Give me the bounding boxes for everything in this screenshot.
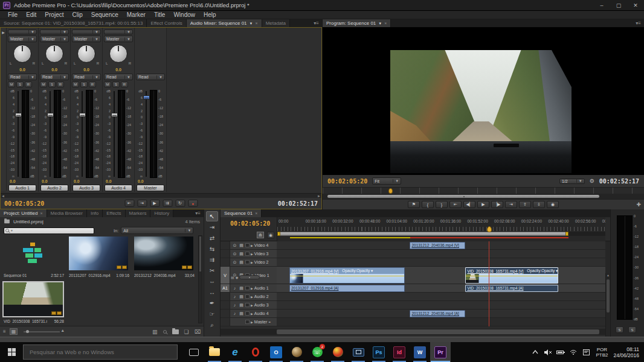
taskbar-app-premiere[interactable]: Pr [430, 342, 451, 362]
search-box[interactable]: ▼ [4, 227, 94, 234]
expand-icon[interactable]: ▶ [251, 261, 253, 264]
display-style-icon[interactable]: ▤ [239, 260, 244, 265]
display-style-icon[interactable]: ▤ [239, 294, 244, 299]
scrollbar-thumb[interactable] [277, 329, 599, 334]
track-target-badge[interactable] [221, 318, 230, 326]
fader-level-value[interactable]: 0.0 [40, 178, 69, 184]
menu-file[interactable]: File [4, 11, 22, 18]
thumbnail-zoom-slider[interactable] [24, 331, 60, 332]
fader-handle[interactable] [143, 95, 150, 100]
close-icon[interactable]: × [255, 211, 257, 215]
snap-icon[interactable]: ⋒ [257, 232, 264, 238]
project-item-20131207-012916-mp4[interactable]: 20131207_012916.mp41:09:16 [68, 235, 130, 279]
opacity-rubber-band[interactable] [466, 276, 557, 276]
sync-lock-checkbox[interactable] [245, 252, 250, 256]
eye-icon[interactable]: ⊙ [232, 252, 237, 256]
tab-markers[interactable]: Markers [126, 209, 151, 217]
track-target-badge[interactable] [221, 250, 230, 258]
filter-dropdown[interactable]: All▼ [121, 227, 193, 234]
work-area-end-handle[interactable] [565, 232, 568, 236]
pen-tool[interactable]: ✒ [206, 298, 218, 308]
icon-view-button[interactable]: ▦ [10, 328, 18, 335]
sequence-icon-tile[interactable] [4, 237, 63, 270]
clip-vid-20150308-165731-mp4-a-[interactable]: VID_20150308_165731.mp4 [A] [465, 285, 558, 292]
solo-button[interactable]: S [16, 81, 24, 87]
solo-button[interactable]: S [80, 81, 88, 87]
item-name[interactable]: 20131212_204036.mp4 [134, 273, 176, 278]
track-select-tool[interactable]: ⇥ [206, 222, 218, 232]
clip-fx-label[interactable]: Opacity:Opacity ▾ [527, 268, 558, 273]
speaker-icon[interactable]: ♪ [232, 311, 237, 316]
track-target-badge[interactable]: V [221, 267, 230, 284]
solo-button[interactable]: S [112, 81, 120, 87]
mute-button[interactable]: M [72, 81, 79, 87]
project-item-sequence-01[interactable]: Sequence 012:52:17 [2, 235, 65, 279]
playhead-marker[interactable] [487, 226, 492, 232]
minimize-button[interactable]: – [593, 0, 610, 10]
program-zoom-thumb[interactable] [327, 195, 599, 198]
effects-slot-dropdown[interactable]: ▼ [8, 30, 37, 34]
expand-icon[interactable]: ▶ [251, 303, 253, 307]
selection-tool[interactable]: ↖ [206, 211, 218, 221]
work-area-start-handle[interactable] [277, 232, 280, 236]
work-area-bar[interactable] [277, 232, 568, 236]
strip-name[interactable]: Master [137, 185, 164, 191]
mute-button[interactable]: M [40, 81, 47, 87]
menu-clip[interactable]: Clip [68, 11, 86, 18]
fader-level-value[interactable]: 0.0 [104, 178, 133, 184]
sync-lock-checkbox[interactable] [245, 286, 250, 290]
menu-title[interactable]: Title [150, 11, 170, 18]
track-target-badge[interactable] [221, 241, 230, 249]
hand-tool[interactable]: ☞ [206, 309, 218, 319]
pan-value[interactable]: 0.0 [8, 68, 37, 72]
clock[interactable]: 08:1124/06/2016 [613, 346, 639, 358]
clip-thumbnail[interactable] [134, 237, 193, 270]
loop-button[interactable]: ↻ [175, 200, 185, 207]
fader-handle[interactable] [47, 113, 54, 117]
sync-lock-checkbox[interactable] [245, 260, 250, 264]
fader-track[interactable] [111, 90, 117, 178]
tab-project-untitled[interactable]: Project: Untitled× [0, 209, 47, 217]
menu-project[interactable]: Project [40, 11, 68, 18]
panel-menu-icon[interactable]: ▾≡ [192, 209, 204, 217]
automate-to-sequence-icon[interactable]: ▥ [152, 329, 158, 335]
speaker-icon[interactable]: ♪ [232, 303, 237, 307]
track-target-badge[interactable] [221, 310, 230, 317]
track-name[interactable]: Audio 3 [254, 303, 269, 307]
rolling-edit-tool[interactable]: ⇆ [206, 244, 218, 254]
taskbar-app-word[interactable]: W [410, 342, 430, 362]
display-style-icon[interactable]: ▤ [239, 286, 244, 291]
action-center-icon[interactable] [582, 348, 590, 357]
fader-track[interactable] [15, 90, 21, 178]
tab-media-browser[interactable]: Media Browser [47, 209, 87, 217]
taskbar-app-edge[interactable]: e [225, 342, 245, 362]
pan-knob[interactable] [13, 45, 31, 63]
record-arm-button[interactable]: R [121, 81, 128, 87]
chevron-down-icon[interactable]: ▼ [378, 22, 382, 25]
fader-track[interactable] [79, 90, 85, 178]
panel-menu-icon[interactable]: ▾≡ [633, 19, 644, 27]
chevron-down-icon[interactable]: ▼ [250, 22, 253, 25]
taskbar-app-outlook[interactable]: O [266, 342, 286, 362]
sync-lock-checkbox[interactable] [245, 294, 250, 299]
playback-resolution-dropdown[interactable]: 1/2▼ [559, 179, 585, 184]
track-name[interactable]: Audio 1 [254, 286, 269, 290]
pan-value[interactable]: 0.0 [40, 68, 69, 72]
clip-20131212-204036-mp4-v-[interactable]: 20131212_204036.mp4 [V] [410, 242, 465, 249]
automation-mode-dropdown[interactable]: Read▼ [8, 74, 37, 80]
record-button[interactable]: ● [188, 200, 198, 207]
go-to-in-button[interactable]: ⇤ [449, 201, 462, 208]
list-view-button[interactable]: ≡ [3, 329, 6, 334]
strip-name[interactable]: Audio 1 [8, 185, 36, 191]
export-frame-button[interactable]: ◉ [547, 201, 559, 208]
taskbar-app-file-explorer[interactable] [204, 342, 225, 362]
taskbar-search-box[interactable] [23, 345, 178, 360]
track-name[interactable]: Video 2 [254, 260, 269, 264]
go-to-in-button[interactable]: ⇤ [124, 200, 134, 207]
strip-name[interactable]: Audio 4 [105, 185, 132, 191]
slide-tool[interactable]: ↔ [206, 287, 218, 297]
timeline-timecode[interactable]: 00:02:05:20 [230, 220, 270, 227]
pan-knob[interactable] [109, 45, 127, 63]
project-scrollbar[interactable] [198, 235, 202, 323]
play-button[interactable]: ▶ [477, 201, 489, 208]
